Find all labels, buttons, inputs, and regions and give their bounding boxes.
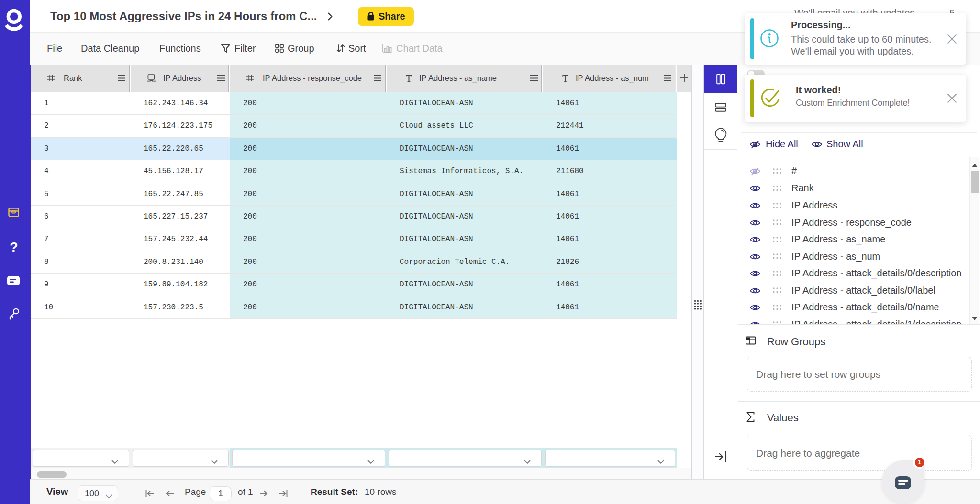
svg-text:T: T (406, 74, 412, 82)
svg-text:T: T (562, 74, 568, 82)
